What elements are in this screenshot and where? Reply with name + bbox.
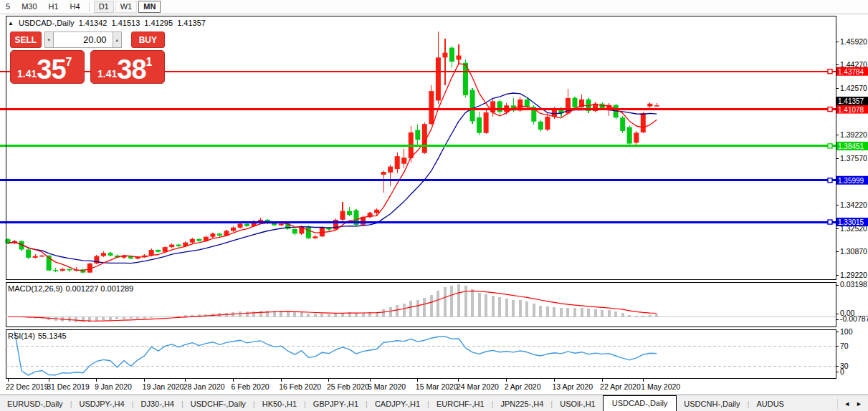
tab-eurusd-daily[interactable]: EURUSD-,Daily	[0, 397, 70, 410]
tab-usdcad-daily[interactable]: USDCAD-,Daily	[603, 395, 677, 411]
arrow-down-icon: ▼	[47, 38, 51, 42]
ohlc-low: 1.41295	[144, 19, 173, 27]
svg-text:9 Jan 2020: 9 Jan 2020	[95, 382, 132, 391]
macd-label: MACD(12,26,9)0.001227 0.001289	[8, 284, 136, 293]
svg-text:1.43784: 1.43784	[838, 68, 864, 76]
svg-text:16 Feb 2020: 16 Feb 2020	[279, 382, 321, 391]
svg-text:1.33015: 1.33015	[838, 218, 864, 226]
rsi-label: RSI(14)55.1345	[8, 332, 70, 340]
svg-text:31 Dec 2019: 31 Dec 2019	[47, 382, 90, 391]
one-click-trading-widget: SELL ▼ 20.00 ▲ BUY 1.41357 1.41381	[10, 32, 165, 84]
ohlc-close: 1.41357	[177, 19, 206, 27]
buy-button[interactable]: BUY	[131, 32, 165, 48]
ohlc-high: 1.41513	[112, 19, 140, 27]
sell-price-sup: 7	[66, 56, 72, 69]
chart-symbol-label: USDCAD-,Daily	[19, 19, 75, 27]
svg-text:28 Jan 2020: 28 Jan 2020	[183, 382, 225, 391]
sell-button[interactable]: SELL	[10, 32, 42, 48]
rsi-name: RSI(14)	[8, 332, 35, 340]
tab-scroll-left-icon[interactable]: ◄	[844, 400, 850, 407]
volume-spinner: ▼ 20.00 ▲	[44, 32, 122, 48]
ohlc-open: 1.41342	[79, 19, 108, 27]
svg-text:22 Apr 2020: 22 Apr 2020	[600, 382, 641, 391]
tab-eurchf-h1[interactable]: EURCHF-,H1	[429, 397, 492, 410]
svg-text:0: 0	[840, 367, 844, 376]
ma-slow-line	[8, 93, 657, 263]
date-axis: 22 Dec 201931 Dec 20199 Jan 202019 Jan 2…	[6, 379, 680, 391]
symbol-tab-bar: EURUSD-,Daily|USDJPY-,H4|DJ30-,H4|USDCHF…	[0, 395, 868, 411]
tab-hk50-h1[interactable]: HK50-,H1	[255, 397, 304, 410]
rsi-value: 55.1345	[38, 332, 67, 340]
collapse-widget-icon[interactable]: ▲	[8, 20, 14, 26]
svg-text:2 Apr 2020: 2 Apr 2020	[505, 382, 541, 391]
svg-text:1.41078: 1.41078	[838, 106, 864, 114]
ma-fast-line	[8, 64, 657, 271]
sell-price-prefix: 1.41	[17, 67, 37, 81]
tab-audus[interactable]: AUDUS	[749, 397, 791, 410]
level-line-1.33015[interactable]	[0, 220, 836, 224]
tab-gbpjpy-h1[interactable]: GBPJPY-,H1	[306, 397, 366, 410]
tab-usdchf-daily[interactable]: USDCHF-,Daily	[183, 397, 253, 410]
svg-text:5 Mar 2020: 5 Mar 2020	[368, 382, 406, 391]
buy-price-panel[interactable]: 1.41381	[90, 50, 165, 84]
tab-cadjpy-h1[interactable]: CADJPY-,H1	[368, 397, 427, 410]
svg-text:-0.007879: -0.007879	[840, 314, 868, 323]
svg-text:0.031987: 0.031987	[840, 280, 868, 289]
tab-usoil-h1[interactable]: USOil-,H1	[553, 397, 603, 410]
macd-name: MACD(12,26,9)	[8, 284, 62, 293]
sell-price-big: 35	[37, 58, 65, 81]
buy-price-big: 38	[117, 58, 146, 81]
svg-text:1.34220: 1.34220	[840, 200, 867, 209]
svg-text:1.29220: 1.29220	[840, 271, 867, 279]
tab-scroll-arrows: ◄ ►	[837, 399, 868, 409]
trading-terminal-window: 5 M30 H1 H4 D1 W1 MN 1.459201.442701.425…	[0, 0, 868, 411]
svg-text:19 Jan 2020: 19 Jan 2020	[143, 382, 184, 391]
tab-jpn225-h4[interactable]: JPN225-,H4	[493, 397, 550, 410]
svg-text:100: 100	[840, 327, 853, 336]
rsi-axis: 10070300	[836, 327, 853, 376]
volume-input[interactable]: 20.00	[54, 32, 113, 48]
svg-text:1.41357: 1.41357	[838, 97, 864, 105]
svg-text:13 Apr 2020: 13 Apr 2020	[552, 382, 593, 391]
svg-text:1.37570: 1.37570	[840, 154, 867, 163]
svg-text:25 Feb 2020: 25 Feb 2020	[327, 382, 369, 391]
tab-dj30-h4[interactable]: DJ30-,H4	[134, 397, 181, 410]
sell-price-panel[interactable]: 1.41357	[10, 50, 85, 84]
macd-values: 0.001227 0.001289	[65, 284, 133, 293]
symbol-tab-strip: EURUSD-,Daily|USDJPY-,H4|DJ30-,H4|USDCHF…	[0, 395, 837, 411]
svg-text:1.45920: 1.45920	[840, 37, 867, 46]
svg-text:15 Mar 2020: 15 Mar 2020	[416, 382, 458, 391]
svg-text:1.38451: 1.38451	[838, 142, 864, 150]
svg-text:1.35999: 1.35999	[838, 177, 864, 185]
buy-price-prefix: 1.41	[97, 67, 117, 81]
tab-usdjpy-h4[interactable]: USDJPY-,H4	[72, 397, 131, 410]
tab-usdcnh-daily[interactable]: USDCNH-,Daily	[677, 397, 747, 410]
svg-text:1.39220: 1.39220	[840, 130, 867, 139]
svg-text:1.42570: 1.42570	[840, 84, 867, 92]
rsi-panel	[6, 332, 836, 375]
chart-title: ▲ USDCAD-,Daily 1.41342 1.41513 1.41295 …	[8, 19, 208, 27]
level-line-1.35999[interactable]	[0, 178, 836, 183]
svg-text:22 Dec 2019: 22 Dec 2019	[6, 382, 49, 391]
level-line-1.41078[interactable]	[0, 107, 836, 112]
tab-scroll-right-icon[interactable]: ►	[856, 400, 862, 407]
volume-increase-button[interactable]: ▲	[113, 32, 122, 48]
buy-price-sup: 1	[146, 56, 153, 69]
svg-text:1 May 2020: 1 May 2020	[641, 382, 680, 391]
svg-text:24 Mar 2020: 24 Mar 2020	[457, 382, 499, 391]
svg-text:1.30870: 1.30870	[840, 247, 867, 256]
svg-text:6 Feb 2020: 6 Feb 2020	[231, 382, 269, 391]
macd-axis: 0.0319870.00-0.007879	[836, 280, 868, 323]
svg-text:70: 70	[840, 342, 849, 350]
volume-decrease-button[interactable]: ▼	[44, 32, 54, 48]
arrow-up-icon: ▲	[115, 38, 119, 42]
